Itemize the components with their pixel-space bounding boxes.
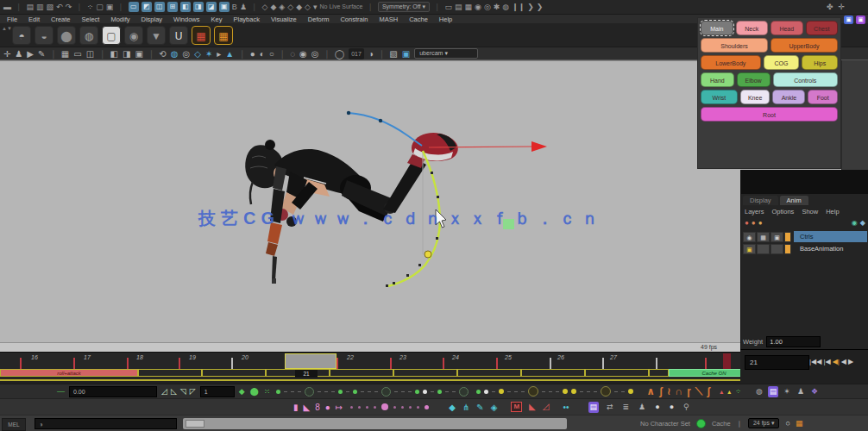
playback-button[interactable]: ◀ (841, 355, 846, 368)
viewport-toolbar-icon[interactable]: ◑ (368, 48, 374, 59)
viewport-toolbar-icon[interactable]: ✛ (3, 48, 10, 59)
key-pattern-dot[interactable] (556, 391, 559, 392)
foot-icon[interactable]: ◺ (171, 387, 177, 396)
shelf-tab-arrows[interactable]: ▲▼ (2, 26, 12, 31)
current-frame-field[interactable]: 21 (745, 355, 809, 370)
motion-trail-blue[interactable] (347, 111, 422, 146)
layer-editor-tab[interactable]: Anim (780, 196, 808, 205)
layer-key-dot[interactable] (784, 244, 791, 254)
status-line-icon[interactable]: ◍ (502, 2, 509, 12)
key-pattern-dot[interactable] (528, 386, 538, 397)
key-pattern-dot[interactable] (437, 390, 442, 394)
keyframe-tick[interactable] (231, 358, 233, 369)
layer-lock-icon[interactable] (771, 244, 783, 254)
layer-editor-menu[interactable]: Show (802, 208, 818, 216)
key-pattern-dot[interactable] (408, 391, 412, 392)
timeline-bookmark[interactable] (330, 369, 393, 377)
curve-preset-icon[interactable]: ⟍ (695, 385, 702, 397)
key-pattern-dot[interactable] (484, 390, 488, 394)
command-line-input[interactable]: ◑ (35, 418, 177, 429)
layer-editor-menu[interactable]: Options (772, 208, 795, 216)
shelf-tool-icon[interactable]: U (169, 26, 188, 45)
status-line-icon[interactable]: B (232, 2, 237, 12)
help-line[interactable] (183, 418, 567, 429)
playback-button[interactable]: |◀ (823, 355, 830, 368)
menu-item[interactable]: Playback (233, 16, 259, 23)
timeline-bookmark[interactable] (457, 369, 521, 377)
timeline-bookmark[interactable] (649, 369, 669, 377)
transform-tool-icon[interactable]: ✎ (476, 403, 483, 412)
status-line-icon[interactable]: ◩ (142, 2, 152, 12)
layer-editor-menu[interactable]: Layers (745, 208, 764, 216)
status-line-icon[interactable]: ◧ (180, 2, 191, 12)
picker-button[interactable]: LowerBody (701, 55, 761, 70)
mirror-tool-icon[interactable]: ◿ (543, 402, 550, 412)
layer-mode-icon[interactable]: ▦ (757, 232, 770, 242)
picker-button[interactable]: UpperBody (771, 38, 838, 53)
status-line-icon[interactable]: ❘ (117, 2, 124, 12)
display-option-icon[interactable]: ⚲ (682, 402, 691, 413)
layer-name[interactable]: BaseAnimation (794, 243, 867, 254)
shelf-tool-icon[interactable]: ▦ (214, 26, 233, 45)
more-dots-icon[interactable]: •• (563, 403, 569, 412)
key-pattern-dot[interactable] (381, 387, 391, 397)
anim-panel-icon[interactable]: ❖ (809, 386, 820, 397)
picker-button[interactable]: Elbow (737, 72, 771, 87)
status-line-icon[interactable]: ▬ (3, 2, 11, 12)
key-pattern-dot[interactable] (276, 390, 280, 394)
shelf-tool-icon[interactable]: ▢ (102, 26, 121, 45)
key-pattern-dot[interactable] (499, 389, 504, 394)
transform-tool-icon[interactable]: ⋔ (462, 403, 469, 412)
menu-item[interactable]: Cache (409, 16, 428, 23)
layer-tool-icon[interactable]: ◉ (852, 219, 858, 228)
status-line-icon[interactable]: ◫ (154, 2, 165, 12)
key-pattern-dot[interactable] (324, 391, 328, 392)
pose-tool-icon[interactable]: ◣ (304, 403, 311, 412)
key-pattern-dot[interactable] (305, 387, 314, 397)
shelf-tool-icon[interactable]: ⬤ (57, 26, 76, 45)
status-line-icon[interactable]: ▭ (445, 2, 453, 12)
status-line-icon[interactable]: No Live Surface (320, 2, 363, 12)
anim-status-icon[interactable]: ▴ (727, 388, 731, 396)
status-line-icon[interactable]: ▣ (219, 2, 230, 12)
menu-item[interactable]: Display (142, 16, 163, 23)
viewport-toolbar-icon[interactable]: ○ (269, 48, 274, 59)
status-line-icon[interactable]: ❘ (16, 2, 22, 12)
viewport-toolbar-icon[interactable]: ◨ (123, 48, 130, 59)
status-line-icon[interactable]: ◆ (270, 2, 276, 12)
playback-button[interactable]: ◀| (833, 355, 840, 368)
anim-tool-icon[interactable]: ◆ (239, 387, 245, 396)
status-line-icon[interactable]: ◨ (193, 2, 204, 12)
key-pattern-dot[interactable] (291, 391, 294, 392)
blend-slider-dot[interactable] (381, 403, 388, 410)
status-line-icon[interactable]: ❯ (537, 2, 544, 12)
key-pattern-dot[interactable] (542, 391, 545, 392)
picker-button[interactable]: Ankle (772, 90, 805, 104)
menu-item[interactable]: Deform (308, 16, 330, 23)
anim-panel-icon[interactable]: ✶ (782, 386, 792, 397)
status-line-icon[interactable]: ◇ (262, 2, 268, 12)
menu-item[interactable]: File (7, 16, 17, 23)
collapse-dash-icon[interactable]: — (57, 387, 65, 396)
picker-button[interactable]: Hand (701, 72, 734, 87)
status-line-icon[interactable]: ❙❙ (512, 2, 525, 12)
key-pattern-dot[interactable] (452, 391, 456, 392)
timeline-bookmark[interactable]: roll+attack (0, 369, 138, 377)
status-line-icon[interactable]: ▣ (106, 2, 114, 12)
key-pattern-dot[interactable] (492, 391, 495, 392)
curve-preset-icon[interactable]: ɼ (687, 385, 691, 397)
key-pattern-dot[interactable] (628, 389, 633, 394)
keyframe-tick[interactable] (443, 358, 444, 369)
anim-panel-icon[interactable]: ◍ (754, 386, 764, 397)
pose-tool-icon[interactable]: 8 (315, 403, 320, 412)
menu-item[interactable]: Key (211, 16, 223, 23)
picker-button[interactable]: Controls (773, 72, 839, 87)
key-pattern-dot[interactable] (401, 391, 405, 392)
picker-button[interactable]: Root (701, 107, 838, 122)
picker-button[interactable]: Knee (740, 90, 771, 104)
key-pattern-dot[interactable] (563, 389, 568, 394)
timeline-bookmark[interactable] (138, 369, 202, 377)
key-pattern-dot[interactable] (431, 391, 434, 392)
playback-option-icon[interactable]: ○ (785, 418, 789, 428)
key-pattern-dot[interactable] (338, 390, 343, 394)
